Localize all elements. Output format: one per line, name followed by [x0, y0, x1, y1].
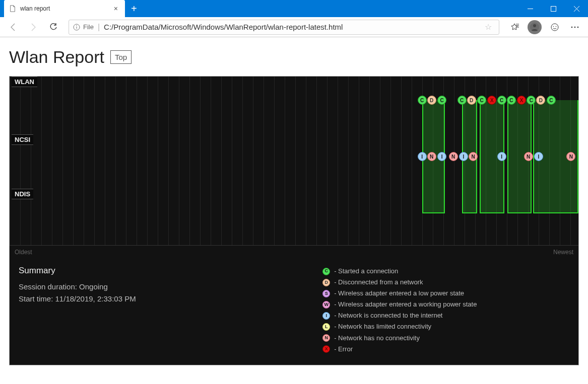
- row-label-wlan: WLAN: [12, 76, 37, 87]
- event-marker-i[interactable]: I: [534, 152, 543, 161]
- summary-panel: Summary Session duration: Ongoing Start …: [19, 266, 321, 355]
- svg-point-6: [76, 25, 77, 26]
- window-titlebar: wlan report × +: [0, 0, 588, 17]
- legend-item-w: W - Wireless adapter entered a working p…: [321, 299, 569, 310]
- legend-marker-i: I: [322, 312, 330, 320]
- event-marker-d[interactable]: D: [427, 96, 436, 105]
- svg-point-11: [533, 24, 536, 27]
- event-marker-i[interactable]: I: [418, 152, 427, 161]
- legend-marker-c: C: [322, 268, 330, 275]
- legend-marker-x: X: [322, 345, 330, 353]
- event-marker-d[interactable]: D: [467, 96, 476, 105]
- page-content[interactable]: Wlan Report Top WLAN NCSI NDIS CDCCDCXCC…: [0, 37, 588, 384]
- page-title: Wlan Report: [9, 47, 104, 67]
- tab-strip: wlan report × +: [0, 0, 143, 17]
- legend-desc: - Network has no connectivity: [334, 333, 420, 344]
- event-marker-i[interactable]: I: [459, 152, 468, 161]
- event-marker-x[interactable]: X: [517, 96, 526, 105]
- event-marker-c[interactable]: C: [507, 96, 516, 105]
- feedback-icon[interactable]: [546, 18, 564, 36]
- event-marker-n[interactable]: N: [427, 152, 436, 161]
- url-protocol-label: File: [83, 23, 94, 31]
- svg-rect-1: [551, 6, 556, 11]
- page-header: Wlan Report Top: [9, 47, 579, 67]
- time-oldest: Oldest: [15, 249, 32, 256]
- event-marker-c[interactable]: C: [458, 96, 467, 105]
- event-marker-c[interactable]: C: [437, 96, 446, 105]
- refresh-button[interactable]: [44, 18, 62, 36]
- legend-marker-n: N: [322, 334, 330, 342]
- legend-item-i: I - Network is connected to the internet: [321, 310, 569, 321]
- browser-toolbar: File | C:/ProgramData/Microsoft/Windows/…: [0, 17, 588, 37]
- new-tab-button[interactable]: +: [125, 3, 143, 15]
- event-marker-n[interactable]: N: [469, 152, 478, 161]
- menu-icon[interactable]: [566, 18, 584, 36]
- url-divider: |: [98, 23, 100, 32]
- close-button[interactable]: [565, 0, 588, 17]
- event-marker-c[interactable]: C: [477, 96, 486, 105]
- address-bar[interactable]: File | C:/ProgramData/Microsoft/Windows/…: [69, 20, 499, 35]
- top-link[interactable]: Top: [110, 50, 132, 64]
- svg-point-12: [551, 24, 558, 31]
- svg-point-14: [556, 26, 557, 27]
- legend-marker-d: D: [322, 279, 330, 286]
- legend-panel: C - Started a connectionD - Disconnected…: [321, 266, 569, 355]
- chart-footer: Summary Session duration: Ongoing Start …: [10, 259, 578, 365]
- legend-marker-s: S: [322, 290, 330, 297]
- legend-item-s: S - Wireless adapter entered a low power…: [321, 288, 569, 299]
- summary-heading: Summary: [19, 266, 321, 276]
- profile-avatar[interactable]: [528, 20, 542, 34]
- time-axis: Oldest Newest: [10, 245, 578, 259]
- tab-close-icon[interactable]: ×: [112, 5, 120, 13]
- legend-item-l: L - Network has limited connectivity: [321, 321, 569, 332]
- svg-point-13: [553, 26, 554, 27]
- event-marker-n[interactable]: N: [449, 152, 458, 161]
- minimize-button[interactable]: [518, 0, 542, 17]
- page-icon: [9, 5, 16, 12]
- event-marker-c[interactable]: C: [497, 96, 506, 105]
- legend-desc: - Network has limited connectivity: [334, 321, 431, 332]
- summary-duration: Session duration: Ongoing: [19, 281, 321, 293]
- event-marker-i[interactable]: I: [497, 152, 506, 161]
- time-newest: Newest: [553, 249, 573, 256]
- favorites-icon[interactable]: [505, 18, 524, 36]
- svg-point-17: [577, 26, 579, 28]
- legend-marker-w: W: [322, 301, 330, 309]
- legend-item-c: C - Started a connection: [321, 266, 569, 277]
- svg-point-16: [574, 26, 576, 28]
- favorite-star-icon[interactable]: ☆: [482, 22, 495, 32]
- chart-area[interactable]: WLAN NCSI NDIS CDCCDCXCCXCDCINININININ: [10, 76, 578, 245]
- back-button[interactable]: [4, 18, 22, 36]
- svg-point-15: [571, 26, 573, 28]
- url-info-icon[interactable]: File: [73, 23, 94, 31]
- row-label-ndis: NDIS: [12, 189, 33, 199]
- wlan-timeline-chart: WLAN NCSI NDIS CDCCDCXCCXCDCINININININ O…: [9, 76, 579, 365]
- legend-desc: - Network is connected to the internet: [334, 310, 442, 321]
- legend-marker-l: L: [322, 323, 330, 331]
- event-marker-c[interactable]: C: [547, 96, 556, 105]
- maximize-button[interactable]: [542, 0, 565, 17]
- legend-item-n: N - Network has no connectivity: [321, 333, 569, 344]
- tab-title: wlan report: [20, 5, 112, 12]
- row-label-ncsi: NCSI: [12, 134, 33, 145]
- forward-button[interactable]: [24, 18, 42, 36]
- event-marker-i[interactable]: I: [437, 152, 446, 161]
- legend-desc: - Disconnected from a network: [334, 277, 423, 288]
- window-controls: [518, 0, 588, 17]
- browser-tab[interactable]: wlan report ×: [4, 0, 125, 17]
- url-path: C:/ProgramData/Microsoft/Windows/WlanRep…: [104, 23, 482, 31]
- legend-item-x: X - Error: [321, 344, 569, 355]
- legend-desc: - Error: [334, 344, 353, 355]
- event-marker-n[interactable]: N: [524, 152, 533, 161]
- legend-desc: - Wireless adapter entered a working pow…: [334, 299, 477, 310]
- legend-item-d: D - Disconnected from a network: [321, 277, 569, 288]
- summary-start-time: Start time: 11/18/2019, 2:33:03 PM: [19, 293, 321, 305]
- legend-desc: - Started a connection: [334, 266, 398, 277]
- event-marker-c[interactable]: C: [418, 96, 427, 105]
- legend-desc: - Wireless adapter entered a low power s…: [334, 288, 464, 299]
